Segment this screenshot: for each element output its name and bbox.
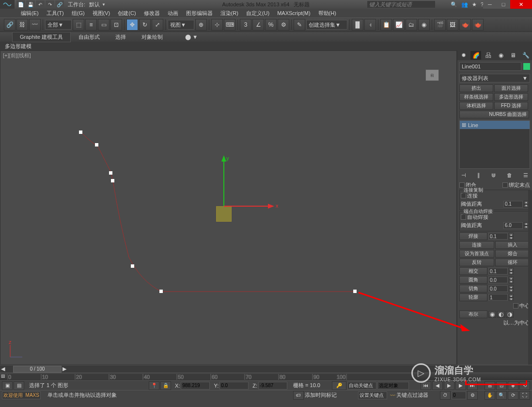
link-icon[interactable]: 🔗: [55, 0, 64, 8]
cross-button[interactable]: 相交: [459, 267, 487, 275]
x-input[interactable]: [181, 382, 210, 390]
outline-button[interactable]: 轮廓: [459, 293, 487, 301]
mod-btn-polysel[interactable]: 多边形选择: [494, 93, 528, 101]
undo-icon[interactable]: ↶: [36, 0, 45, 8]
minimize-button[interactable]: ─: [483, 0, 497, 9]
angle-snap-icon[interactable]: ∠: [252, 19, 264, 31]
spinner-snap-icon[interactable]: ⚙: [278, 19, 289, 31]
help-search-input[interactable]: 键入关键字或短语: [367, 1, 435, 8]
bool-button[interactable]: 布尔: [459, 310, 487, 318]
expand-icon[interactable]: ⊞: [462, 122, 466, 128]
viewnav-7-icon[interactable]: ⟳: [508, 391, 518, 400]
spline-vertex[interactable]: [111, 179, 114, 182]
frame-indicator[interactable]: 0 / 100: [13, 366, 62, 373]
favorites-icon[interactable]: ★: [472, 1, 477, 8]
show-end-icon[interactable]: ∥: [477, 172, 480, 179]
modifier-stack[interactable]: ⊞ Line: [459, 120, 530, 169]
spline-vertex[interactable]: [353, 290, 357, 293]
current-frame-input[interactable]: [452, 391, 466, 399]
material-editor-icon[interactable]: ◉: [418, 19, 430, 31]
menu-animation[interactable]: 动画: [164, 10, 182, 17]
keymode-icon[interactable]: 🔑: [332, 381, 346, 390]
render-setup-icon[interactable]: 🎬: [434, 19, 446, 31]
spline-vertex[interactable]: [109, 171, 112, 175]
addtime-label[interactable]: 添加时间标记: [305, 391, 337, 399]
lock-selection-icon[interactable]: 📍: [149, 381, 159, 390]
layer-icon[interactable]: 📋: [380, 19, 392, 31]
window-crossing-icon[interactable]: ⊡: [110, 19, 122, 31]
spline-vertex[interactable]: [79, 130, 82, 134]
bind-end-checkbox[interactable]: [502, 182, 508, 188]
z-input[interactable]: [258, 382, 287, 390]
keyfilter-icon[interactable]: 〰: [390, 392, 395, 398]
maxscript-mini-icon[interactable]: ▣: [2, 381, 13, 390]
autoweld-checkbox[interactable]: [461, 214, 466, 220]
viewnav-1-icon[interactable]: ⊞: [485, 381, 495, 390]
listener-icon[interactable]: ▤: [14, 381, 24, 390]
viewnav-3-icon[interactable]: ◈: [508, 381, 518, 390]
menu-customize[interactable]: 自定义(U): [242, 10, 273, 17]
threshold-input[interactable]: [503, 201, 523, 208]
curve-editor-icon[interactable]: 📈: [393, 19, 405, 31]
menu-rendering[interactable]: 渲染(R): [217, 10, 242, 17]
workspace-value[interactable]: 默认: [87, 1, 102, 8]
bool-int-icon[interactable]: ◑: [506, 311, 514, 318]
motion-tab-icon[interactable]: ◉: [496, 51, 506, 60]
remove-mod-icon[interactable]: 🗑: [507, 172, 512, 178]
named-selection-dropdown[interactable]: 创建选择集 ▼: [306, 20, 347, 30]
viewnav-8-icon[interactable]: ⛶: [519, 391, 530, 400]
utilities-tab-icon[interactable]: 🔧: [520, 51, 531, 60]
align-icon[interactable]: ⫞: [364, 19, 376, 31]
makefirst-button[interactable]: 设为首顶点: [459, 250, 494, 258]
timetag-icon[interactable]: 🏷: [293, 391, 304, 400]
hierarchy-tab-icon[interactable]: 品: [483, 51, 494, 60]
bind-icon[interactable]: 〰: [29, 19, 41, 31]
app-icon[interactable]: [0, 0, 15, 9]
viewport-label[interactable]: [+][前][线框]: [3, 52, 31, 59]
setkey-button[interactable]: 设置关键点: [358, 391, 387, 399]
editnamed-icon[interactable]: ✎: [294, 19, 305, 31]
refcoord-dropdown[interactable]: 视图 ▼: [168, 20, 194, 30]
bool-union-icon[interactable]: ◉: [488, 311, 496, 318]
search-icon[interactable]: 🔍: [451, 1, 457, 8]
scale-icon[interactable]: ⤢: [152, 19, 163, 31]
spline-vertex[interactable]: [131, 264, 134, 268]
pivot-icon[interactable]: ⊕: [195, 19, 207, 31]
keyfilter-label[interactable]: 关键点过滤器: [396, 391, 428, 399]
viewnav-6-icon[interactable]: 🔍: [496, 391, 507, 400]
rectangle-select-icon[interactable]: ▭: [98, 19, 110, 31]
outline-input[interactable]: [488, 294, 508, 301]
weld-input[interactable]: [488, 233, 508, 240]
fillet-input[interactable]: [488, 277, 508, 283]
move-icon[interactable]: ✥: [126, 19, 138, 31]
snap-toggle-icon[interactable]: 3: [240, 19, 251, 31]
time-config-icon[interactable]: ⏱: [440, 391, 451, 400]
timeline-right-icon[interactable]: ▶: [63, 366, 66, 372]
ribbon-tab-freeform[interactable]: 自由形式: [71, 32, 108, 42]
link-icon[interactable]: 🔗: [4, 19, 16, 31]
trackbar-toggle-icon[interactable]: ▤: [1, 374, 5, 378]
selset-dropdown[interactable]: [377, 382, 409, 390]
renderframe-icon[interactable]: 🖼: [447, 19, 458, 31]
spline-vertex[interactable]: [95, 143, 98, 147]
threshold2-input[interactable]: [503, 222, 523, 229]
menu-grapheditors[interactable]: 图形编辑器: [182, 10, 217, 17]
y-input[interactable]: [219, 382, 249, 390]
track-ruler[interactable]: 0 10 20 30 40 50 60 70 80 90 100: [7, 374, 411, 380]
pin-stack-icon[interactable]: ⊣: [461, 172, 466, 179]
modifier-stack-item[interactable]: ⊞ Line: [460, 121, 530, 129]
viewport[interactable]: [+][前][线框] 前 y x: [0, 50, 457, 365]
menu-modifiers[interactable]: 修改器: [140, 10, 164, 17]
create-tab-icon[interactable]: ✹: [458, 51, 469, 60]
selection-filter-dropdown[interactable]: 全部 ▼: [45, 20, 72, 30]
object-name-input[interactable]: Line001: [459, 62, 521, 71]
modify-tab-icon[interactable]: 🌈: [470, 51, 481, 60]
menu-edit[interactable]: 编辑(E): [17, 10, 43, 17]
fuse-button[interactable]: 熔合: [495, 250, 530, 258]
menu-maxscript[interactable]: MAXScript(M): [273, 10, 314, 16]
modifier-list-dropdown[interactable]: 修改器列表▼: [459, 74, 530, 82]
percent-snap-icon[interactable]: %: [265, 19, 277, 31]
close-button[interactable]: ✕: [510, 0, 532, 9]
select-icon[interactable]: ⬚: [73, 19, 84, 31]
menu-create[interactable]: 创建(C): [114, 10, 140, 17]
